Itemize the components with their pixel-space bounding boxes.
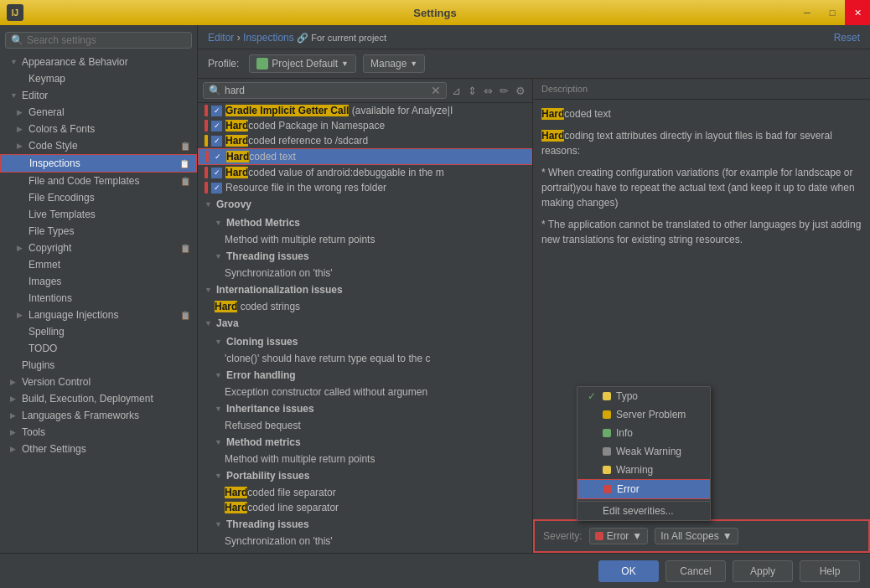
severity-dropdown[interactable]: Error ▼: [589, 528, 649, 544]
menu-item-error[interactable]: Error: [577, 479, 710, 499]
inspection-hard-line-sep[interactable]: Hardcoded line separator: [198, 500, 532, 515]
checkbox-sdcard[interactable]: [211, 136, 222, 147]
sidebar-item-general[interactable]: General: [0, 104, 197, 121]
collapse-icon[interactable]: ⇔: [482, 83, 495, 99]
inspection-hardcoded-ns[interactable]: Hardcoded Package in Namespace: [198, 118, 532, 133]
sidebar-item-appearance[interactable]: Appearance & Behavior: [0, 54, 197, 70]
close-button[interactable]: ✕: [845, 0, 870, 25]
sidebar-item-inspections[interactable]: Inspections 📋: [0, 154, 197, 173]
menu-item-typo[interactable]: ✓ Typo: [577, 387, 710, 405]
sidebar-item-file-types[interactable]: File Types: [0, 223, 197, 240]
filter-icon[interactable]: ⊿: [450, 83, 463, 99]
scope-dropdown[interactable]: In All Scopes ▼: [655, 528, 738, 544]
ok-button[interactable]: OK: [598, 560, 659, 582]
sidebar-item-version-control[interactable]: Version Control: [0, 374, 197, 390]
sidebar-label-images: Images: [28, 276, 61, 287]
inspection-sync-this[interactable]: Synchronization on 'this': [198, 266, 532, 281]
settings-icon[interactable]: ⚙: [514, 83, 527, 99]
sidebar-item-copyright[interactable]: Copyright 📋: [0, 240, 197, 256]
checkbox-resource[interactable]: [211, 183, 222, 193]
sidebar-item-todo[interactable]: TODO: [0, 340, 197, 357]
inspection-sync-this2[interactable]: Synchronization on 'this': [198, 534, 532, 549]
sidebar-item-images[interactable]: Images: [0, 273, 197, 290]
menu-item-info[interactable]: Info: [577, 424, 710, 442]
menu-item-server[interactable]: Server Problem: [577, 405, 710, 424]
sidebar-item-other[interactable]: Other Settings: [0, 441, 197, 457]
section-method-metrics2[interactable]: Method metrics: [198, 433, 532, 451]
inspection-refused-bequest[interactable]: Refused bequest: [198, 418, 532, 433]
breadcrumb-editor[interactable]: Editor: [208, 32, 234, 44]
manage-dropdown[interactable]: Manage ▼: [363, 54, 425, 73]
section-portability[interactable]: Portability issues: [198, 467, 532, 485]
sidebar-item-keymap[interactable]: Keymap: [0, 70, 197, 87]
sidebar-item-code-style[interactable]: Code Style 📋: [0, 137, 197, 154]
search-input[interactable]: [225, 85, 427, 96]
sidebar-item-tools[interactable]: Tools: [0, 424, 197, 441]
checkbox-text[interactable]: [212, 152, 223, 162]
panel-toolbar: Profile: Project Default ▼ Manage ▼: [198, 49, 870, 79]
inspection-hardcoded-text[interactable]: Hardcoded text: [198, 148, 532, 165]
sidebar-item-file-templates[interactable]: File and Code Templates 📋: [0, 173, 197, 189]
sidebar-item-colors-fonts[interactable]: Colors & Fonts: [0, 121, 197, 137]
profile-dropdown[interactable]: Project Default ▼: [249, 54, 356, 73]
breadcrumb-inspections[interactable]: Inspections: [243, 32, 294, 44]
section-error-handling[interactable]: Error handling: [198, 366, 532, 384]
sidebar-item-live-templates[interactable]: Live Templates: [0, 206, 197, 223]
menu-item-warning[interactable]: Warning: [577, 461, 710, 479]
section-i18n[interactable]: Internationalization issues: [198, 281, 532, 299]
sidebar-item-emmet[interactable]: Emmet: [0, 256, 197, 273]
inspection-hard-strings[interactable]: Hard coded strings: [198, 299, 532, 314]
section-inheritance[interactable]: Inheritance issues: [198, 400, 532, 418]
menu-item-weak-warning[interactable]: Weak Warning: [577, 442, 710, 461]
panel-content: 🔍 ✕ ⊿ ⇕ ⇔ ✏ ⚙: [198, 79, 870, 553]
inspection-method-points2[interactable]: Method with multiple return points: [198, 451, 532, 467]
inspection-hardcoded-sdcard[interactable]: Hardcoded reference to /sdcard: [198, 133, 532, 148]
sidebar-item-editor[interactable]: Editor: [0, 87, 197, 104]
inspection-method-points[interactable]: Method with multiple return points: [198, 232, 532, 247]
section-method-metrics[interactable]: Method Metrics: [198, 214, 532, 232]
inspection-exception-no-arg[interactable]: Exception constructor called without arg…: [198, 384, 532, 400]
checkbox-debug[interactable]: [211, 168, 222, 178]
inspection-text-sync2: Synchronization on 'this': [225, 535, 527, 547]
edit-icon[interactable]: ✏: [498, 83, 510, 99]
sidebar-item-spelling[interactable]: Spelling: [0, 323, 197, 340]
search-clear-icon[interactable]: ✕: [431, 85, 441, 96]
section-java[interactable]: Java: [198, 314, 532, 333]
severity-bar-gradle: [205, 105, 208, 116]
checkbox-gradle[interactable]: [211, 106, 222, 116]
sidebar-item-build[interactable]: Build, Execution, Deployment: [0, 390, 197, 407]
maximize-button[interactable]: □: [820, 0, 845, 25]
expand-icon[interactable]: ⇕: [466, 83, 479, 99]
section-threading2[interactable]: Threading issues: [198, 515, 532, 534]
cancel-button[interactable]: Cancel: [665, 560, 726, 582]
inspection-hard-file-sep[interactable]: Hardcoded file separator: [198, 485, 532, 500]
checkbox-ns[interactable]: [211, 121, 222, 132]
sidebar-item-lang-injections[interactable]: Language Injections 📋: [0, 307, 197, 323]
groovy-arrow: [205, 200, 213, 209]
sidebar-label-build: Build, Execution, Deployment: [22, 393, 153, 405]
help-button[interactable]: Help: [800, 560, 860, 582]
section-cloning[interactable]: Cloning issues: [198, 333, 532, 351]
section-threading[interactable]: Threading issues: [198, 247, 532, 266]
copy-icon-file-templates: 📋: [180, 177, 190, 186]
sidebar-item-languages[interactable]: Languages & Frameworks: [0, 407, 197, 424]
reset-button[interactable]: Reset: [834, 32, 860, 44]
inspection-hardcoded-debug[interactable]: Hardcoded value of android:debuggable in…: [198, 165, 532, 180]
sidebar-search-input[interactable]: [27, 34, 186, 46]
sidebar-item-intentions[interactable]: Intentions: [0, 290, 197, 307]
scope-arrow-icon: ▼: [722, 530, 733, 542]
inspection-clone-return[interactable]: 'clone()' should have return type equal …: [198, 351, 532, 366]
menu-label-server: Server Problem: [616, 409, 686, 420]
tree-arrow-tools: [10, 428, 18, 436]
sidebar-item-plugins[interactable]: Plugins: [0, 357, 197, 374]
sidebar-item-file-encodings[interactable]: File Encodings: [0, 189, 197, 206]
apply-button[interactable]: Apply: [733, 560, 793, 582]
inspection-gradle-getter[interactable]: Gradle Implicit Getter Call (available f…: [198, 103, 532, 118]
severity-value: Error: [607, 530, 629, 542]
minimize-button[interactable]: ─: [795, 0, 820, 25]
section-groovy[interactable]: Groovy: [198, 195, 532, 214]
sidebar-search-box[interactable]: 🔍: [5, 32, 192, 49]
inspection-resource-wrong[interactable]: Resource file in the wrong res folder: [198, 180, 532, 195]
menu-item-edit-severities[interactable]: Edit severities...: [577, 501, 710, 520]
inspection-text-resource: Resource file in the wrong res folder: [225, 182, 527, 193]
